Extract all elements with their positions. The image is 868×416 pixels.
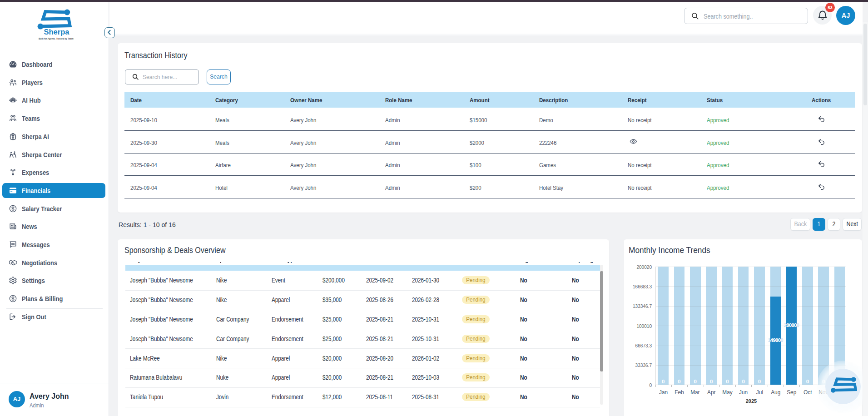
svg-text:Sherpa: Sherpa xyxy=(44,28,70,36)
svg-text:Built for Agents. Trusted by T: Built for Agents. Trusted by Teams xyxy=(39,38,74,40)
